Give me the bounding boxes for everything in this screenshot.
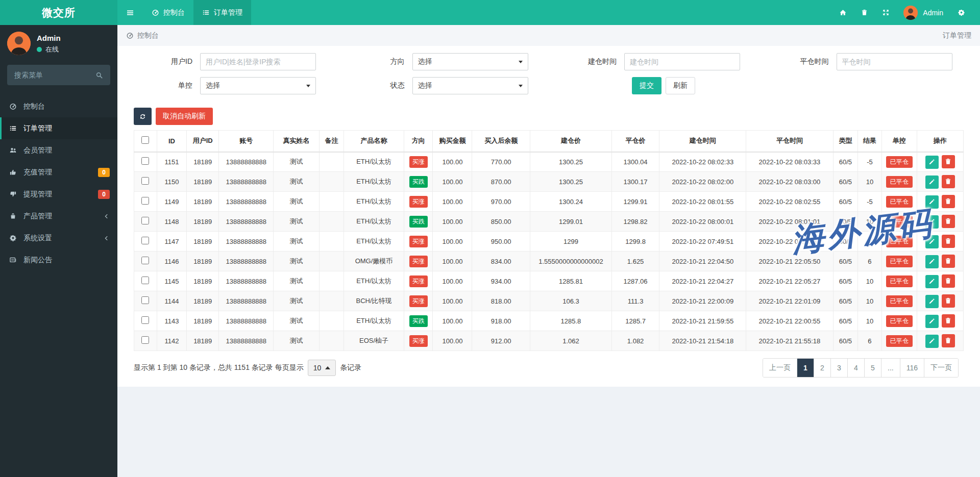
cell-remark bbox=[319, 212, 344, 232]
edit-button[interactable] bbox=[925, 156, 939, 169]
column-header: 真实姓名 bbox=[274, 131, 319, 152]
cell-real-name: 测试 bbox=[274, 271, 319, 291]
user-menu[interactable]: Admin bbox=[896, 6, 950, 20]
page-item-上一页[interactable]: 上一页 bbox=[763, 359, 797, 377]
delete-button[interactable] bbox=[942, 215, 955, 228]
pagination: 上一页12345...116下一页 bbox=[763, 358, 959, 378]
home-button[interactable] bbox=[832, 9, 853, 16]
sidebar-item-3[interactable]: 充值管理0 bbox=[0, 161, 117, 183]
count-badge: 0 bbox=[98, 168, 110, 177]
delete-button[interactable] bbox=[942, 155, 955, 168]
cell-close-price: 1287.06 bbox=[611, 271, 659, 291]
clear-cache-button[interactable] bbox=[853, 9, 875, 16]
reload-table-button[interactable] bbox=[134, 108, 152, 125]
delete-button[interactable] bbox=[942, 175, 955, 188]
cell-close-time: 2022-10-22 08:01:01 bbox=[746, 212, 833, 232]
sidebar-toggle-button[interactable] bbox=[117, 0, 143, 25]
cell-select bbox=[134, 232, 157, 252]
cell-real-name: 测试 bbox=[274, 331, 319, 351]
edit-button[interactable] bbox=[925, 295, 939, 308]
refresh-button[interactable]: 刷新 bbox=[666, 77, 695, 94]
user-id-input[interactable] bbox=[200, 53, 316, 70]
edit-button[interactable] bbox=[925, 195, 939, 209]
edit-button[interactable] bbox=[925, 215, 939, 229]
cell-type: 60/5 bbox=[833, 192, 858, 212]
cell-close-time: 2022-10-22 08:03:33 bbox=[746, 152, 833, 172]
row-checkbox[interactable] bbox=[141, 277, 149, 284]
delete-button[interactable] bbox=[942, 195, 955, 208]
column-header: 用户ID bbox=[187, 131, 219, 152]
close-time-input[interactable] bbox=[837, 53, 952, 70]
chevron-left-icon bbox=[104, 213, 110, 219]
edit-button[interactable] bbox=[925, 335, 939, 348]
fullscreen-button[interactable] bbox=[875, 9, 896, 16]
status-select[interactable]: 选择 bbox=[412, 77, 528, 94]
edit-button[interactable] bbox=[925, 315, 939, 328]
open-time-input[interactable] bbox=[624, 53, 740, 70]
row-checkbox[interactable] bbox=[141, 237, 149, 244]
cell-actions bbox=[917, 172, 963, 192]
row-checkbox[interactable] bbox=[141, 257, 149, 264]
row-checkbox[interactable] bbox=[141, 177, 149, 185]
sidebar-item-4[interactable]: 提现管理0 bbox=[0, 183, 117, 205]
delete-button[interactable] bbox=[942, 294, 955, 308]
sidebar-item-1[interactable]: 订单管理 bbox=[0, 117, 117, 139]
per-page-select[interactable]: 10 bbox=[308, 360, 336, 376]
row-checkbox[interactable] bbox=[141, 157, 149, 165]
page-item-1[interactable]: 1 bbox=[797, 359, 814, 377]
edit-button[interactable] bbox=[925, 275, 939, 288]
sidebar-item-2[interactable]: 会员管理 bbox=[0, 139, 117, 161]
submit-button[interactable]: 提交 bbox=[632, 77, 662, 94]
settings-button[interactable] bbox=[950, 9, 972, 16]
page-item-4[interactable]: 4 bbox=[847, 359, 864, 377]
cell-direction: 买涨 bbox=[404, 232, 433, 252]
tab-console[interactable]: 控制台 bbox=[143, 0, 193, 25]
control-select[interactable]: 选择 bbox=[200, 77, 316, 94]
delete-button[interactable] bbox=[942, 314, 955, 328]
delete-button[interactable] bbox=[942, 235, 955, 248]
page-item-3[interactable]: 3 bbox=[830, 359, 847, 377]
sidebar-item-label: 会员管理 bbox=[23, 146, 52, 155]
chevron-down-icon bbox=[306, 85, 310, 87]
cell-close-price: 1.082 bbox=[611, 331, 659, 351]
cell-actions bbox=[917, 311, 963, 331]
list-icon bbox=[202, 9, 210, 16]
cell-real-name: 测试 bbox=[274, 212, 319, 232]
search-button[interactable] bbox=[91, 67, 107, 83]
cell-type: 60/5 bbox=[833, 172, 858, 192]
sidebar-item-6[interactable]: 系统设置 bbox=[0, 227, 117, 249]
row-checkbox[interactable] bbox=[141, 336, 149, 344]
brand-logo[interactable]: 微交所 bbox=[0, 0, 117, 25]
tab-orders[interactable]: 订单管理 bbox=[193, 0, 251, 25]
filter-label-open-time: 建仓时间 bbox=[549, 57, 624, 66]
page-item-5[interactable]: 5 bbox=[864, 359, 881, 377]
gauge-icon bbox=[8, 103, 17, 110]
page-item-116[interactable]: 116 bbox=[900, 359, 924, 377]
cancel-auto-refresh-button[interactable]: 取消自动刷新 bbox=[156, 108, 213, 125]
cell-account: 13888888888 bbox=[219, 172, 274, 192]
edit-button[interactable] bbox=[925, 235, 939, 248]
row-checkbox[interactable] bbox=[141, 197, 149, 205]
select-all-checkbox[interactable] bbox=[141, 136, 149, 144]
page-item-...[interactable]: ... bbox=[881, 359, 900, 377]
sidebar-item-5[interactable]: 产品管理 bbox=[0, 205, 117, 227]
filter-label-close-time: 平仓时间 bbox=[761, 57, 837, 66]
breadcrumb[interactable]: 控制台 bbox=[126, 31, 159, 40]
row-checkbox[interactable] bbox=[141, 296, 149, 304]
sidebar-item-0[interactable]: 控制台 bbox=[0, 95, 117, 117]
delete-button[interactable] bbox=[942, 334, 955, 347]
page-item-下一页[interactable]: 下一页 bbox=[924, 359, 958, 377]
row-checkbox[interactable] bbox=[141, 217, 149, 224]
direction-select[interactable]: 选择 bbox=[412, 53, 528, 70]
edit-button[interactable] bbox=[925, 255, 939, 268]
cell-id: 1145 bbox=[157, 271, 187, 291]
edit-button[interactable] bbox=[925, 175, 939, 189]
delete-button[interactable] bbox=[942, 274, 955, 288]
search-input[interactable] bbox=[14, 71, 91, 79]
row-checkbox[interactable] bbox=[141, 316, 149, 324]
cell-type: 60/5 bbox=[833, 271, 858, 291]
page-item-2[interactable]: 2 bbox=[814, 359, 830, 377]
sidebar-item-7[interactable]: 新闻公告 bbox=[0, 249, 117, 271]
delete-button[interactable] bbox=[942, 255, 955, 268]
avatar bbox=[7, 32, 31, 55]
